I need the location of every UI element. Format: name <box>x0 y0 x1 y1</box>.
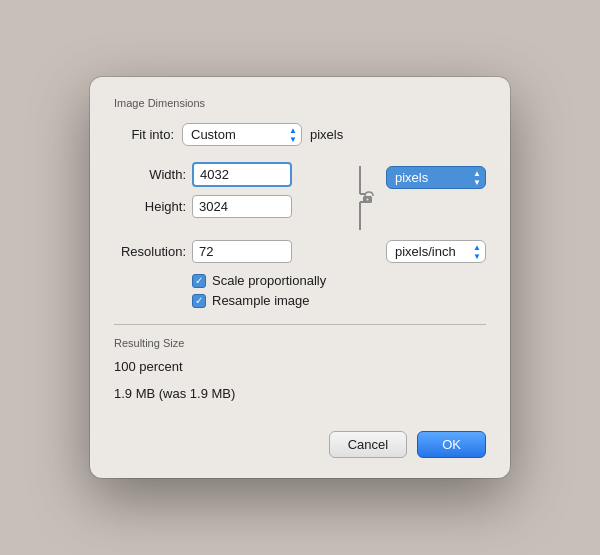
lock-bracket-svg <box>356 166 374 230</box>
fit-unit-label: pixels <box>310 127 343 142</box>
height-label: Height: <box>114 199 186 214</box>
checkboxes-area: ✓ Scale proportionally ✓ Resample image <box>192 273 486 308</box>
right-unit-area: pixels ▲ ▼ <box>386 162 486 189</box>
pixels-unit-wrapper[interactable]: pixels ▲ ▼ <box>386 166 486 189</box>
fit-select[interactable]: Custom <box>182 123 302 146</box>
image-dimensions-dialog: Image Dimensions Fit into: Custom ▲ ▼ pi… <box>90 77 510 478</box>
resolution-unit-select[interactable]: pixels/inch <box>386 240 486 263</box>
resolution-input[interactable] <box>192 240 292 263</box>
pixels-unit-select[interactable]: pixels <box>386 166 486 189</box>
scale-proportionally-row[interactable]: ✓ Scale proportionally <box>192 273 486 288</box>
height-row: Height: <box>114 195 344 218</box>
svg-point-5 <box>367 199 369 201</box>
resulting-size-title: Resulting Size <box>114 337 486 349</box>
checkmark-icon: ✓ <box>195 276 203 286</box>
scale-proportionally-label: Scale proportionally <box>212 273 326 288</box>
width-input[interactable] <box>192 162 292 187</box>
ok-button[interactable]: OK <box>417 431 486 458</box>
resolution-row: Resolution: <box>114 240 350 263</box>
fit-row: Fit into: Custom ▲ ▼ pixels <box>114 123 486 146</box>
resolution-unit-wrapper[interactable]: pixels/inch ▲ ▼ <box>386 240 486 263</box>
fit-select-wrapper[interactable]: Custom ▲ ▼ <box>182 123 302 146</box>
result-percent: 100 percent <box>114 359 486 374</box>
scale-proportionally-checkbox[interactable]: ✓ <box>192 274 206 288</box>
resolution-label: Resolution: <box>114 244 186 259</box>
divider <box>114 324 486 325</box>
width-row: Width: <box>114 162 344 187</box>
dialog-title: Image Dimensions <box>114 97 486 109</box>
resample-image-label: Resample image <box>212 293 310 308</box>
button-row: Cancel OK <box>114 431 486 458</box>
lock-bracket-container <box>356 166 374 230</box>
resample-image-checkbox[interactable]: ✓ <box>192 294 206 308</box>
resulting-size-section: Resulting Size 100 percent 1.9 MB (was 1… <box>114 337 486 421</box>
fit-label: Fit into: <box>114 127 174 142</box>
height-input[interactable] <box>192 195 292 218</box>
cancel-button[interactable]: Cancel <box>329 431 407 458</box>
fields-area: Width: Height: <box>114 162 486 230</box>
result-size: 1.9 MB (was 1.9 MB) <box>114 386 486 401</box>
resample-image-row[interactable]: ✓ Resample image <box>192 293 486 308</box>
checkmark-icon-2: ✓ <box>195 296 203 306</box>
width-label: Width: <box>114 167 186 182</box>
left-fields: Width: Height: <box>114 162 344 218</box>
